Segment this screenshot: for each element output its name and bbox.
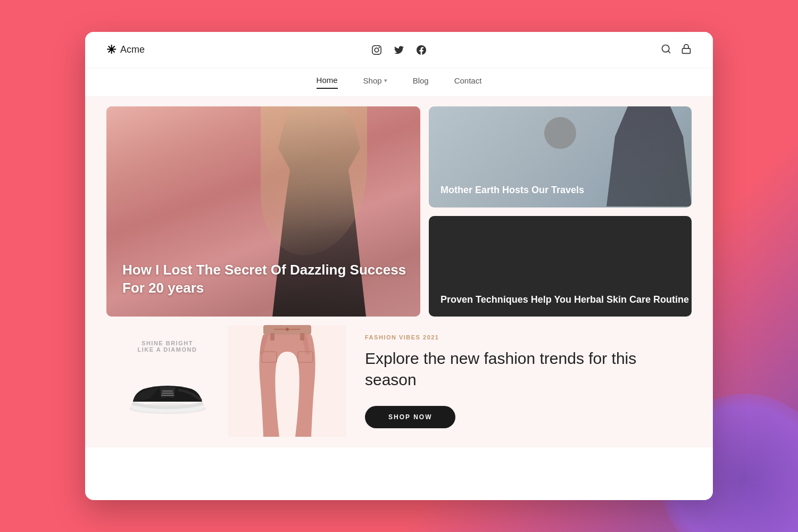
hero-side-card-bottom[interactable]: Proven Techniques Help You Herbal Skin C…	[429, 216, 692, 317]
hero-side-card-top[interactable]: Mother Earth Hosts Our Travels	[429, 106, 692, 207]
hero-main-title: How I Lost The Secret Of Dazzling Succes…	[122, 261, 420, 297]
hero-main-card[interactable]: How I Lost The Secret Of Dazzling Succes…	[106, 106, 420, 317]
search-icon[interactable]	[661, 44, 671, 56]
content-area: How I Lost The Secret Of Dazzling Succes…	[85, 97, 713, 447]
site-nav: Home Shop ▾ Blog Contact	[85, 68, 713, 97]
logo-area: ✳ Acme	[106, 43, 302, 57]
shop-now-button[interactable]: SHOP NOW	[365, 406, 455, 428]
browser-window: ✳ Acme	[85, 32, 713, 500]
svg-rect-11	[300, 333, 304, 340]
nav-blog[interactable]: Blog	[413, 76, 429, 89]
social-icons	[302, 45, 497, 55]
shoe-image	[125, 369, 210, 417]
site-header: ✳ Acme	[85, 32, 713, 68]
nav-contact[interactable]: Contact	[454, 76, 482, 89]
side-card-top-title: Mother Earth Hosts Our Travels	[440, 184, 584, 196]
cart-icon[interactable]	[681, 44, 692, 56]
svg-rect-2	[683, 48, 691, 53]
hero-side-cards: Mother Earth Hosts Our Travels Proven Te…	[429, 106, 692, 317]
hero-section: How I Lost The Secret Of Dazzling Succes…	[106, 106, 692, 317]
shop-dropdown-icon: ▾	[384, 77, 387, 84]
logo-text[interactable]: Acme	[120, 44, 145, 55]
side-card-bottom-title: Proven Techniques Help You Herbal Skin C…	[440, 293, 689, 306]
twitter-icon[interactable]	[394, 45, 404, 55]
hero-main-text: How I Lost The Secret Of Dazzling Succes…	[122, 261, 420, 297]
svg-rect-10	[270, 333, 275, 340]
fashion-headline: Explore the new fashion trends for this …	[365, 348, 672, 391]
header-actions	[496, 44, 692, 56]
lower-section: SHINE BRIGHT LIKE A DIAMOND	[106, 325, 692, 437]
logo-icon: ✳	[106, 43, 116, 57]
fashion-category: FASHION VIBES 2021	[365, 334, 672, 340]
facebook-icon[interactable]	[416, 45, 427, 55]
nav-shop[interactable]: Shop ▾	[363, 76, 387, 89]
fashion-text-area: FASHION VIBES 2021 Explore the new fashi…	[346, 325, 692, 437]
instagram-icon[interactable]	[371, 45, 382, 55]
shoes-card[interactable]: SHINE BRIGHT LIKE A DIAMOND	[106, 325, 229, 437]
shoes-label: SHINE BRIGHT LIKE A DIAMOND	[138, 340, 197, 353]
nav-home[interactable]: Home	[317, 76, 338, 89]
pants-card[interactable]	[229, 325, 346, 437]
svg-point-13	[286, 328, 289, 331]
svg-line-1	[668, 51, 670, 53]
